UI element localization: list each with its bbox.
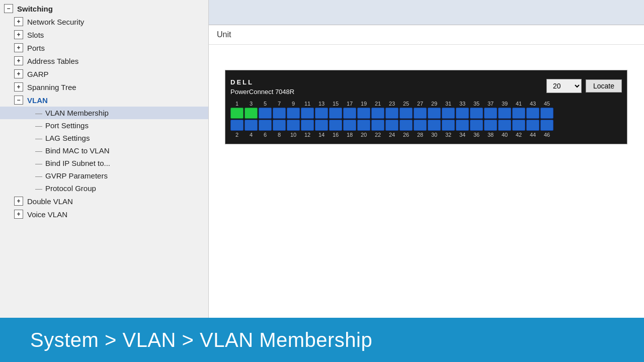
sidebar-item-switching[interactable]: −Switching (0, 2, 208, 15)
locate-button[interactable]: Locate (586, 79, 622, 93)
port-num-top-25: 25 (399, 101, 413, 107)
sidebar-item-double-vlan[interactable]: +Double VLAN (0, 195, 208, 208)
port-num-top-1: 1 (230, 101, 244, 107)
breadcrumb-text: System > VLAN > VLAN Membership (30, 329, 372, 351)
unit-select[interactable]: 20 (546, 79, 582, 93)
port-num-bottom-40: 40 (498, 132, 511, 138)
sidebar-item-garp[interactable]: +GARP (0, 67, 208, 80)
port-bottom-4[interactable] (245, 120, 258, 131)
port-num-bottom-26: 26 (399, 132, 413, 138)
port-bottom-6[interactable] (259, 120, 272, 131)
port-top-13[interactable] (315, 108, 328, 119)
port-bottom-14[interactable] (315, 120, 328, 131)
port-bottom-46[interactable] (540, 120, 553, 131)
port-num-bottom-22: 22 (371, 132, 384, 138)
top-ports-row (230, 108, 622, 119)
sidebar-item-protocol-group[interactable]: —Protocol Group (0, 182, 208, 195)
port-top-35[interactable] (470, 108, 483, 119)
sidebar-item-label-bind-ip: Bind IP Subnet to... (45, 159, 110, 167)
sidebar-item-ports[interactable]: +Ports (0, 41, 208, 54)
port-num-bottom-34: 34 (456, 132, 469, 138)
sidebar-item-label-vlan: VLAN (27, 96, 48, 105)
sidebar-item-label-vlan-membership: VLAN Membership (45, 109, 109, 117)
port-bottom-8[interactable] (273, 120, 286, 131)
port-bottom-18[interactable] (343, 120, 356, 131)
port-top-39[interactable] (498, 108, 511, 119)
sidebar-item-bind-ip[interactable]: —Bind IP Subnet to... (0, 157, 208, 169)
port-bottom-16[interactable] (329, 120, 342, 131)
port-bottom-30[interactable] (428, 120, 441, 131)
port-top-19[interactable] (357, 108, 370, 119)
port-top-37[interactable] (484, 108, 497, 119)
port-num-top-33: 33 (456, 101, 469, 107)
port-top-11[interactable] (301, 108, 314, 119)
port-top-25[interactable] (399, 108, 413, 119)
sidebar-item-network-security[interactable]: +Network Security (0, 15, 208, 28)
port-num-top-27: 27 (414, 101, 427, 107)
port-top-27[interactable] (414, 108, 427, 119)
sidebar-item-label-lag-settings: LAG Settings (45, 134, 90, 142)
sidebar-item-voice-vlan[interactable]: +Voice VLAN (0, 208, 208, 221)
dash-icon: — (35, 172, 42, 180)
sidebar-item-label-double-vlan: Double VLAN (27, 197, 73, 206)
port-bottom-28[interactable] (414, 120, 427, 131)
sidebar-item-address-tables[interactable]: +Address Tables (0, 54, 208, 67)
port-bottom-24[interactable] (385, 120, 398, 131)
plus-icon: + (14, 30, 23, 39)
port-top-15[interactable] (329, 108, 342, 119)
port-num-top-19: 19 (357, 101, 370, 107)
port-top-9[interactable] (287, 108, 300, 119)
port-top-21[interactable] (371, 108, 384, 119)
sidebar-item-port-settings[interactable]: —Port Settings (0, 119, 208, 132)
port-bottom-38[interactable] (484, 120, 497, 131)
port-bottom-22[interactable] (371, 120, 384, 131)
plus-icon: + (14, 82, 23, 92)
port-top-29[interactable] (428, 108, 441, 119)
port-bottom-26[interactable] (399, 120, 413, 131)
port-num-top-29: 29 (428, 101, 441, 107)
port-num-bottom-10: 10 (287, 132, 300, 138)
port-num-bottom-24: 24 (385, 132, 398, 138)
content-header-bar (209, 0, 644, 25)
sidebar-item-vlan-membership[interactable]: —VLAN Membership (0, 107, 208, 119)
port-top-33[interactable] (456, 108, 469, 119)
sidebar-item-gvrp-params[interactable]: —GVRP Parameters (0, 169, 208, 182)
minus-icon: − (14, 96, 23, 105)
port-top-31[interactable] (442, 108, 455, 119)
sidebar-item-bind-mac[interactable]: —Bind MAC to VLAN (0, 144, 208, 157)
port-num-bottom-4: 4 (245, 132, 258, 138)
port-top-45[interactable] (540, 108, 553, 119)
sidebar: −Switching+Network Security+Slots+Ports+… (0, 0, 209, 318)
port-bottom-32[interactable] (442, 120, 455, 131)
port-num-top-17: 17 (343, 101, 356, 107)
port-bottom-44[interactable] (526, 120, 539, 131)
port-top-23[interactable] (385, 108, 398, 119)
port-num-top-3: 3 (245, 101, 258, 107)
port-num-bottom-42: 42 (512, 132, 525, 138)
port-top-1[interactable] (230, 108, 244, 119)
port-bottom-34[interactable] (456, 120, 469, 131)
port-top-41[interactable] (512, 108, 525, 119)
port-top-17[interactable] (343, 108, 356, 119)
plus-icon: + (14, 17, 23, 26)
port-top-7[interactable] (273, 108, 286, 119)
port-bottom-36[interactable] (470, 120, 483, 131)
port-bottom-40[interactable] (498, 120, 511, 131)
port-num-bottom-46: 46 (540, 132, 553, 138)
port-top-5[interactable] (259, 108, 272, 119)
port-num-bottom-38: 38 (484, 132, 497, 138)
port-bottom-10[interactable] (287, 120, 300, 131)
port-bottom-2[interactable] (230, 120, 244, 131)
port-bottom-42[interactable] (512, 120, 525, 131)
sidebar-item-slots[interactable]: +Slots (0, 28, 208, 41)
sidebar-item-lag-settings[interactable]: —LAG Settings (0, 132, 208, 144)
sidebar-item-vlan[interactable]: −VLAN (0, 94, 208, 107)
sidebar-item-spanning-tree[interactable]: +Spanning Tree (0, 80, 208, 94)
port-bottom-12[interactable] (301, 120, 314, 131)
port-num-top-5: 5 (259, 101, 272, 107)
port-top-3[interactable] (245, 108, 258, 119)
plus-icon: + (14, 56, 23, 65)
sidebar-item-label-port-settings: Port Settings (45, 121, 89, 130)
port-top-43[interactable] (526, 108, 539, 119)
port-bottom-20[interactable] (357, 120, 370, 131)
